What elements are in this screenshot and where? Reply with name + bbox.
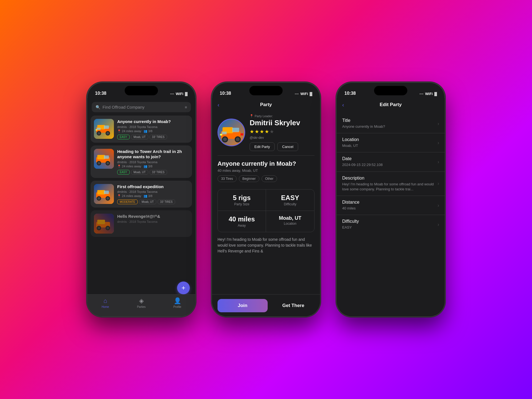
tag-tires: 33 Tires (218, 175, 237, 182)
svg-point-4 (98, 132, 100, 135)
party-item-tags: MODERATE Moab, UT 33' TIRES (117, 200, 189, 204)
svg-rect-42 (220, 134, 222, 135)
stat-difficulty: EASY Difficulty (266, 190, 314, 211)
edit-row-location[interactable]: Location Moab, UT › (337, 133, 445, 152)
add-party-fab[interactable]: + (177, 282, 190, 294)
back-button-edit[interactable]: ‹ (342, 102, 344, 108)
party-header-title: Party (260, 102, 272, 108)
edit-field-difficulty-value: EASY (342, 225, 435, 230)
edit-field-distance-value: 40 miles (342, 206, 435, 211)
svg-point-32 (106, 227, 109, 229)
svg-rect-9 (96, 129, 97, 131)
edit-row-title[interactable]: Title Anyone currently in Moab? › (337, 114, 445, 133)
party-item-image (94, 149, 114, 169)
action-bar: Join Get There (212, 294, 320, 316)
stat-party-size: 5 rigs Party Size (218, 190, 266, 211)
stat-distance: 40 miles Away (218, 211, 266, 232)
edit-field-description-label: Description (342, 176, 435, 181)
bottom-navigation: ⌂ Home ◈ Parties 👤 Profile (87, 294, 195, 316)
party-item-content: Hells Revenge!#@!^& dmitriis · 2018 Toyo… (117, 214, 189, 224)
phone-2: DEBUG 10:38 ···· WiFi ▓ ‹ Party (212, 83, 320, 316)
svg-point-6 (106, 132, 109, 135)
chevron-title: › (438, 121, 439, 127)
party-item-tags: EASY Moab, UT 33' TIRES (117, 170, 189, 175)
edit-row-difficulty[interactable]: Difficulty EASY › (337, 215, 445, 234)
location-icon: 📍 24 miles away (117, 129, 141, 133)
svg-rect-7 (104, 126, 109, 129)
search-bar[interactable]: 🔍 Find Offroad Company ≡ (92, 102, 191, 112)
phone-2-screen: ‹ Party (212, 98, 320, 316)
leader-handle: @skr-dev (250, 136, 314, 140)
status-icons-1: ···· WiFi ▓ (170, 92, 188, 96)
join-button[interactable]: Join (218, 299, 268, 312)
star-2: ★ (255, 129, 259, 135)
party-item-image (94, 214, 114, 234)
filter-icon[interactable]: ≡ (185, 105, 187, 109)
wifi-icon: WiFi (300, 92, 308, 96)
svg-point-24 (106, 197, 109, 200)
dynamic-island-1 (125, 86, 158, 95)
edit-field-description-value: Hey! I'm heading to Moab for some offroa… (342, 182, 435, 192)
edit-field-title-label: Title (342, 118, 435, 123)
edit-party-button[interactable]: Edit Party (250, 142, 275, 151)
battery-icon: ▓ (185, 92, 188, 96)
edit-row-date[interactable]: Date 2024-09-15 22:29:52.108 › (337, 152, 445, 172)
party-list: Anyone currently in Moab? dmitriis · 201… (87, 116, 195, 237)
edit-row-date-content: Date 2024-09-15 22:29:52.108 (342, 156, 435, 167)
svg-point-37 (223, 137, 227, 141)
chevron-location: › (438, 140, 439, 146)
svg-point-30 (98, 227, 100, 229)
edit-row-distance[interactable]: Distance 40 miles › (337, 196, 445, 215)
party-item-user: dmitriis · 2018 Toyota Tacoma (117, 220, 189, 223)
tag-location: Moab, UT (139, 200, 156, 204)
tag-location: Moab, UT (131, 170, 148, 175)
chevron-description: › (438, 181, 439, 186)
edit-field-date-label: Date (342, 156, 435, 161)
phone-3: DEBUG 10:38 ···· WiFi ▓ ‹ Edit Party Tit… (337, 83, 445, 316)
wifi-icon: WiFi (425, 92, 433, 96)
tag-difficulty: MODERATE (117, 200, 138, 204)
home-icon: ⌂ (103, 297, 107, 305)
edit-party-header-title: Edit Party (380, 102, 401, 108)
svg-point-14 (98, 162, 100, 165)
party-item-image (94, 119, 114, 139)
party-item-content: First offroad expedition dmitriis · 2018… (117, 184, 189, 204)
party-list-item[interactable]: Hells Revenge!#@!^& dmitriis · 2018 Toyo… (91, 210, 192, 237)
status-time-2: 10:38 (220, 91, 231, 96)
party-list-item[interactable]: Heading to Tower Arch trail in 2h anyone… (91, 145, 192, 178)
tag-difficulty: EASY (117, 170, 130, 175)
nav-item-profile[interactable]: 👤 Profile (159, 297, 195, 308)
edit-field-location-value: Moab, UT (342, 143, 435, 148)
party-item-image (94, 184, 114, 204)
svg-point-22 (98, 197, 100, 200)
svg-rect-20 (97, 190, 105, 195)
svg-rect-25 (104, 191, 109, 194)
party-list-item[interactable]: Anyone currently in Moab? dmitriis · 201… (91, 116, 192, 143)
stat-label-distance: Away (222, 224, 261, 227)
edit-form: Title Anyone currently in Moab? › Locati… (337, 111, 445, 237)
nav-label-home: Home (102, 305, 109, 308)
tag-other: Other (262, 175, 277, 182)
nav-item-home[interactable]: ⌂ Home (87, 297, 123, 308)
dynamic-island-3 (374, 86, 407, 95)
party-detail-tags: 33 Tires Beginner Other (218, 175, 314, 182)
nav-item-parties[interactable]: ◈ Parties (123, 297, 159, 308)
edit-row-difficulty-content: Difficulty EASY (342, 219, 435, 230)
stat-location: Moab, UT Location (266, 211, 314, 232)
status-time-3: 10:38 (344, 91, 356, 96)
party-list-item[interactable]: First offroad expedition dmitriis · 2018… (91, 181, 192, 208)
leader-info: 📍 Party Leader: Dmitrii Skrylev ★ ★ ★ ★ … (250, 114, 314, 151)
edit-field-date-value: 2024-09-15 22:29:52.108 (342, 162, 435, 167)
party-item-location: 📍 24 miles away 👥 3/8 (117, 194, 189, 198)
edit-row-description-content: Description Hey! I'm heading to Moab for… (342, 176, 435, 192)
edit-row-description[interactable]: Description Hey! I'm heading to Moab for… (337, 172, 445, 196)
party-item-user: dmitriis · 2018 Toyota Tacoma (117, 190, 189, 193)
leader-stars: ★ ★ ★ ★ ★ (250, 129, 314, 135)
svg-rect-17 (104, 155, 109, 159)
party-item-title: Hells Revenge!#@!^& (117, 214, 189, 219)
chevron-distance: › (438, 203, 439, 208)
cancel-button[interactable]: Cancel (277, 142, 298, 151)
back-button[interactable]: ‹ (218, 102, 219, 108)
signal-icon: ···· (170, 92, 174, 96)
get-there-button[interactable]: Get There (272, 303, 314, 308)
